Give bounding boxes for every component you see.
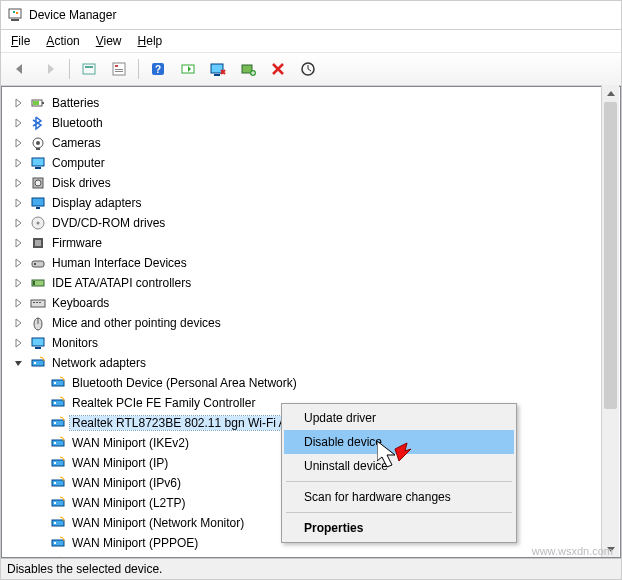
expand-collapse-icon[interactable] bbox=[12, 356, 26, 370]
expand-collapse-icon[interactable] bbox=[12, 136, 26, 150]
network-adapter-icon bbox=[30, 355, 46, 371]
mouse-icon bbox=[30, 315, 46, 331]
toolbar-back-button[interactable] bbox=[6, 56, 34, 82]
display-icon bbox=[30, 195, 46, 211]
toolbar-help-button[interactable]: ? bbox=[144, 56, 172, 82]
status-text: Disables the selected device. bbox=[7, 562, 162, 576]
tree-label: Disk drives bbox=[50, 176, 113, 190]
expand-collapse-icon[interactable] bbox=[12, 316, 26, 330]
tree-category[interactable]: Monitors bbox=[6, 333, 616, 353]
svg-rect-23 bbox=[36, 148, 40, 150]
keyboard-icon bbox=[30, 295, 46, 311]
network-adapter-icon bbox=[50, 435, 66, 451]
toolbar-update-driver-button[interactable] bbox=[174, 56, 202, 82]
toolbar-add-hardware-button[interactable] bbox=[234, 56, 262, 82]
tree-label: Bluetooth bbox=[50, 116, 105, 130]
tree-category[interactable]: Disk drives bbox=[6, 173, 616, 193]
ctx-scan-hardware[interactable]: Scan for hardware changes bbox=[284, 485, 514, 509]
menu-view[interactable]: View bbox=[88, 32, 130, 50]
tree-category[interactable]: Keyboards bbox=[6, 293, 616, 313]
tree-label: Mice and other pointing devices bbox=[50, 316, 223, 330]
window-title: Device Manager bbox=[29, 8, 116, 22]
scroll-thumb[interactable] bbox=[604, 102, 617, 409]
watermark: www.wsxdn.com bbox=[532, 545, 613, 557]
svg-rect-3 bbox=[16, 12, 18, 14]
svg-point-22 bbox=[36, 141, 40, 145]
tree-category[interactable]: IDE ATA/ATAPI controllers bbox=[6, 273, 616, 293]
tree-label: WAN Miniport (Network Monitor) bbox=[70, 516, 246, 530]
scroll-up-button[interactable] bbox=[602, 85, 619, 102]
toolbar-separator bbox=[138, 59, 139, 79]
svg-rect-41 bbox=[39, 302, 41, 303]
network-adapter-icon bbox=[50, 455, 66, 471]
tree-category[interactable]: Cameras bbox=[6, 133, 616, 153]
app-icon bbox=[7, 7, 23, 23]
tree-category[interactable]: Batteries bbox=[6, 93, 616, 113]
tree-category[interactable]: Bluetooth bbox=[6, 113, 616, 133]
battery-icon bbox=[30, 95, 46, 111]
tree-label: IDE ATA/ATAPI controllers bbox=[50, 276, 193, 290]
tree-category[interactable]: Human Interface Devices bbox=[6, 253, 616, 273]
expand-collapse-icon[interactable] bbox=[12, 276, 26, 290]
toolbar-scan-button[interactable] bbox=[294, 56, 322, 82]
svg-rect-9 bbox=[115, 71, 123, 72]
toolbar-show-hidden-button[interactable] bbox=[75, 56, 103, 82]
menu-file[interactable]: File bbox=[3, 32, 38, 50]
expand-collapse-icon[interactable] bbox=[12, 96, 26, 110]
svg-rect-20 bbox=[33, 101, 39, 105]
expand-collapse-icon[interactable] bbox=[12, 296, 26, 310]
svg-rect-39 bbox=[33, 302, 35, 303]
tree-category-network-adapters[interactable]: Network adapters bbox=[6, 353, 616, 373]
ctx-separator bbox=[286, 481, 512, 482]
tree-category[interactable]: DVD/CD-ROM drives bbox=[6, 213, 616, 233]
svg-rect-51 bbox=[54, 402, 56, 404]
svg-rect-57 bbox=[54, 462, 56, 464]
svg-text:?: ? bbox=[155, 64, 161, 75]
ctx-properties[interactable]: Properties bbox=[284, 516, 514, 540]
svg-rect-58 bbox=[52, 480, 64, 486]
svg-rect-1 bbox=[11, 19, 19, 21]
menu-action[interactable]: Action bbox=[38, 32, 87, 50]
tree-label: WAN Miniport (PPPOE) bbox=[70, 536, 200, 550]
titlebar: Device Manager bbox=[1, 1, 621, 30]
svg-rect-49 bbox=[54, 382, 56, 384]
svg-point-31 bbox=[37, 222, 40, 225]
toolbar-uninstall-button[interactable] bbox=[264, 56, 292, 82]
toolbar: ? bbox=[1, 53, 621, 86]
tree-category[interactable]: Computer bbox=[6, 153, 616, 173]
expand-collapse-icon[interactable] bbox=[12, 156, 26, 170]
tree-label: DVD/CD-ROM drives bbox=[50, 216, 167, 230]
svg-rect-29 bbox=[36, 207, 40, 209]
expand-collapse-icon[interactable] bbox=[12, 176, 26, 190]
scroll-track[interactable] bbox=[602, 102, 619, 540]
expand-collapse-icon[interactable] bbox=[12, 336, 26, 350]
vertical-scrollbar[interactable] bbox=[601, 85, 619, 557]
expand-collapse-icon[interactable] bbox=[12, 116, 26, 130]
svg-rect-7 bbox=[115, 65, 118, 67]
menu-help[interactable]: Help bbox=[130, 32, 171, 50]
tree-category[interactable]: Firmware bbox=[6, 233, 616, 253]
tree-label: Realtek PCIe FE Family Controller bbox=[70, 396, 257, 410]
toolbar-properties-button[interactable] bbox=[105, 56, 133, 82]
tree-category[interactable]: Mice and other pointing devices bbox=[6, 313, 616, 333]
disk-icon bbox=[30, 175, 46, 191]
tree-category[interactable]: Display adapters bbox=[6, 193, 616, 213]
svg-rect-2 bbox=[13, 11, 15, 13]
cd-icon bbox=[30, 215, 46, 231]
tree-label: Display adapters bbox=[50, 196, 143, 210]
expand-collapse-icon[interactable] bbox=[12, 236, 26, 250]
svg-marker-70 bbox=[377, 441, 395, 467]
svg-rect-44 bbox=[32, 338, 44, 346]
toolbar-separator bbox=[69, 59, 70, 79]
expand-collapse-icon[interactable] bbox=[12, 216, 26, 230]
svg-rect-28 bbox=[32, 198, 44, 206]
ctx-update-driver[interactable]: Update driver bbox=[284, 406, 514, 430]
expand-collapse-icon[interactable] bbox=[12, 256, 26, 270]
svg-rect-19 bbox=[42, 102, 44, 104]
toolbar-disable-button[interactable] bbox=[204, 56, 232, 82]
tree-device-item[interactable]: Bluetooth Device (Personal Area Network) bbox=[6, 373, 616, 393]
expand-collapse-icon[interactable] bbox=[12, 196, 26, 210]
svg-rect-59 bbox=[54, 482, 56, 484]
toolbar-forward-button[interactable] bbox=[36, 56, 64, 82]
device-manager-window: Device Manager File Action View Help ? B… bbox=[0, 0, 622, 580]
